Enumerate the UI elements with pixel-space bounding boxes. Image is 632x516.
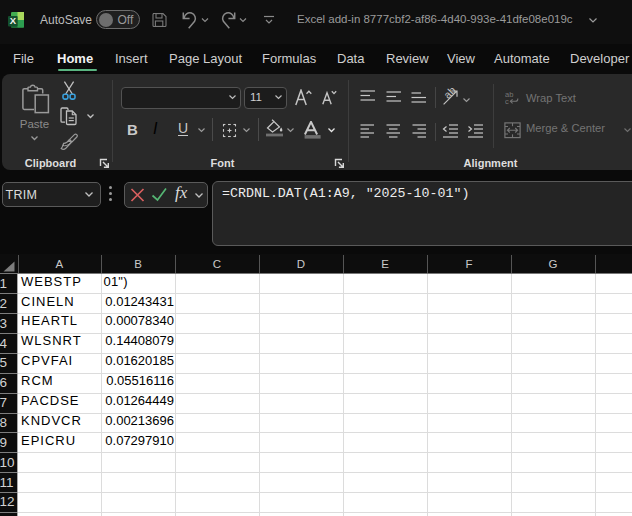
- svg-text:X: X: [10, 15, 17, 26]
- svg-text:c: c: [505, 97, 509, 105]
